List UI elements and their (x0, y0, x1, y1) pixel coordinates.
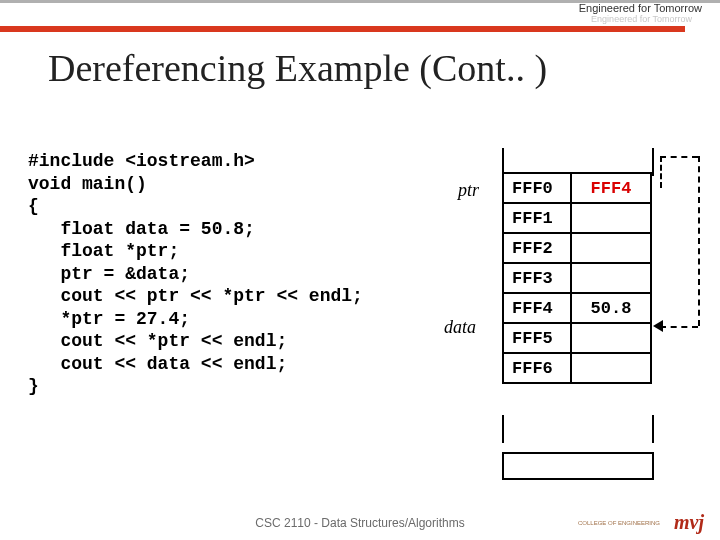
mem-bottom-box (502, 452, 654, 480)
tagline: Engineered for Tomorrow (579, 2, 702, 14)
pointer-arrow (698, 156, 700, 326)
logo-subtext: COLLEGE OF ENGINEERING (578, 520, 660, 526)
label-ptr: ptr (458, 180, 479, 201)
code-line: float data = 50.8; (28, 218, 363, 241)
mem-val (571, 203, 651, 233)
slide-title: Dereferencing Example (Cont.. ) (48, 46, 547, 90)
table-row: FFF0 FFF4 (503, 173, 651, 203)
mem-addr: FFF2 (503, 233, 571, 263)
code-line: #include <iostream.h> (28, 150, 363, 173)
mem-addr: FFF6 (503, 353, 571, 383)
code-line: } (28, 375, 363, 398)
mem-val: 50.8 (571, 293, 651, 323)
table-row: FFF6 (503, 353, 651, 383)
label-data: data (444, 317, 476, 338)
code-line: cout << data << endl; (28, 353, 363, 376)
table-row: FFF3 (503, 263, 651, 293)
table-row: FFF5 (503, 323, 651, 353)
code-line: *ptr = 27.4; (28, 308, 363, 331)
code-line: cout << *ptr << endl; (28, 330, 363, 353)
mem-val (571, 263, 651, 293)
code-line: float *ptr; (28, 240, 363, 263)
table-row: FFF1 (503, 203, 651, 233)
mem-val (571, 233, 651, 263)
mem-addr: FFF5 (503, 323, 571, 353)
logo: mvj (674, 511, 704, 534)
code-line: { (28, 195, 363, 218)
mem-val: FFF4 (571, 173, 651, 203)
mem-addr: FFF0 (503, 173, 571, 203)
mem-addr: FFF3 (503, 263, 571, 293)
code-block: #include <iostream.h> void main() { floa… (28, 150, 363, 398)
memory-table: FFF0 FFF4 FFF1 FFF2 FFF3 FFF4 50.8 FFF5 … (502, 172, 652, 384)
table-row: FFF2 (503, 233, 651, 263)
pointer-arrow (660, 156, 662, 188)
code-line: cout << ptr << *ptr << endl; (28, 285, 363, 308)
mem-open-mid (502, 415, 654, 443)
mem-val (571, 323, 651, 353)
accent-rule (0, 26, 685, 32)
arrow-head-icon (653, 320, 663, 332)
sub-tagline: Engineered for Tomorrow (591, 14, 692, 24)
code-line: void main() (28, 173, 363, 196)
pointer-arrow (660, 326, 698, 328)
pointer-arrow (660, 156, 698, 158)
mem-addr: FFF1 (503, 203, 571, 233)
mem-addr: FFF4 (503, 293, 571, 323)
table-row: FFF4 50.8 (503, 293, 651, 323)
code-line: ptr = &data; (28, 263, 363, 286)
mem-val (571, 353, 651, 383)
